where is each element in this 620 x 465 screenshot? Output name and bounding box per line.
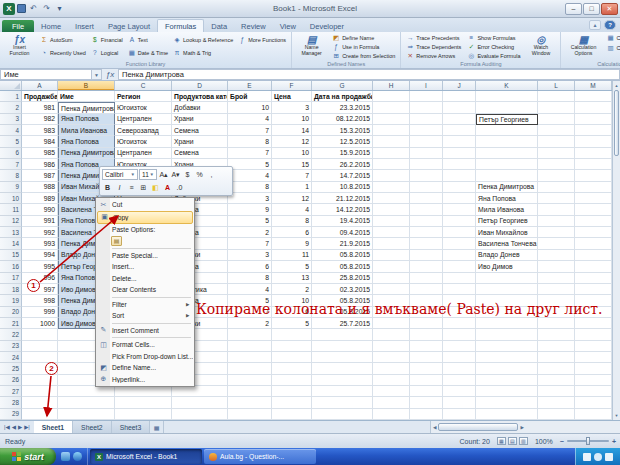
sheet-tab-sheet2[interactable]: Sheet2 [73, 421, 112, 433]
context-menu-item-insert[interactable]: Insert... [97, 261, 193, 273]
cell-I12[interactable] [410, 216, 443, 227]
cell-A8[interactable]: 987 [22, 170, 58, 181]
cell-H29[interactable] [373, 409, 410, 420]
column-header-E[interactable]: E [228, 81, 272, 90]
cell-L9[interactable] [538, 182, 575, 193]
cell-J18[interactable] [443, 284, 476, 295]
ribbon-button-calculate-now[interactable]: ▦Calculate Now [604, 33, 620, 42]
ribbon-button-remove-arrows[interactable]: ✕Remove Arrows [404, 51, 463, 60]
cell-D6[interactable]: Семена [172, 148, 228, 159]
cell-A11[interactable]: 990 [22, 204, 58, 215]
cell-A29[interactable] [22, 409, 58, 420]
cell-G4[interactable]: 15.3.2015 [312, 125, 373, 136]
cell-L17[interactable] [538, 273, 575, 284]
row-header-28[interactable]: 28 [0, 397, 22, 408]
calculation-options-button[interactable]: ▦ Calculation Options [564, 33, 602, 57]
cell-I22[interactable] [410, 329, 443, 340]
cell-H18[interactable] [373, 284, 410, 295]
cell-J25[interactable] [443, 363, 476, 374]
cell-J12[interactable] [443, 216, 476, 227]
ribbon-button-define-name[interactable]: ◩Define Name [330, 33, 397, 42]
context-menu-item-pick-from-drop-down-list[interactable]: Pick From Drop-down List... [97, 351, 193, 363]
cell-B4[interactable]: Мила Иванова [58, 125, 115, 136]
cell-E11[interactable]: 9 [228, 204, 272, 215]
context-menu-item-define-name[interactable]: ◩Define Name... [97, 362, 193, 374]
column-header-D[interactable]: D [172, 81, 228, 90]
cell-C2[interactable]: Югоизток [115, 102, 172, 113]
cell-E10[interactable]: 3 [228, 193, 272, 204]
cell-K22[interactable] [476, 329, 538, 340]
cell-K16[interactable]: Иво Димов [476, 261, 538, 272]
row-header-7[interactable]: 7 [0, 159, 22, 170]
cell-I6[interactable] [410, 148, 443, 159]
cell-K28[interactable] [476, 397, 538, 408]
horizontal-scrollbar[interactable]: ◀ ▶ [430, 421, 620, 433]
cell-H21[interactable] [373, 318, 410, 329]
ribbon-button-create-from-selection[interactable]: ⊞Create from Selection [330, 51, 397, 60]
cell-H10[interactable] [373, 193, 410, 204]
cell-K2[interactable] [476, 102, 538, 113]
help-icon[interactable]: ? [604, 20, 616, 30]
cell-I4[interactable] [410, 125, 443, 136]
cell-F2[interactable]: 3 [272, 102, 312, 113]
cell-L28[interactable] [538, 397, 575, 408]
font-name-select[interactable]: Calibri▼ [102, 169, 138, 180]
cell-I7[interactable] [410, 159, 443, 170]
cell-F23[interactable] [272, 341, 312, 352]
tray-icon[interactable] [594, 453, 602, 461]
cell-C29[interactable] [115, 409, 172, 420]
cell-E2[interactable]: 10 [228, 102, 272, 113]
cell-I29[interactable] [410, 409, 443, 420]
zoom-out-icon[interactable]: − [560, 438, 564, 445]
cell-M12[interactable] [575, 216, 612, 227]
cell-J4[interactable] [443, 125, 476, 136]
cell-M23[interactable] [575, 341, 612, 352]
cell-I11[interactable] [410, 204, 443, 215]
context-menu-paste-option[interactable]: ▤ [97, 235, 193, 247]
row-header-22[interactable]: 22 [0, 329, 22, 340]
context-menu-item-delete[interactable]: Delete... [97, 273, 193, 285]
column-header-F[interactable]: F [272, 81, 312, 90]
cell-A15[interactable]: 994 [22, 250, 58, 261]
next-sheet-icon[interactable]: ▶ [18, 424, 22, 430]
cell-K17[interactable] [476, 273, 538, 284]
cell-E1[interactable]: Брой [228, 91, 272, 102]
row-header-1[interactable]: 1 [0, 91, 22, 102]
cell-J13[interactable] [443, 227, 476, 238]
cell-M22[interactable] [575, 329, 612, 340]
cell-L26[interactable] [538, 375, 575, 386]
row-header-23[interactable]: 23 [0, 341, 22, 352]
zoom-slider[interactable]: − + [560, 438, 616, 445]
cell-D29[interactable] [172, 409, 228, 420]
ribbon-button-more-functions[interactable]: ƒMore Functions [236, 33, 288, 46]
ribbon-button-show-formulas[interactable]: ≡Show Formulas [465, 33, 522, 42]
formula-input[interactable]: Пенка Димитрова [118, 69, 620, 80]
cell-H27[interactable] [373, 386, 410, 397]
cell-L27[interactable] [538, 386, 575, 397]
cell-M11[interactable] [575, 204, 612, 215]
cell-E15[interactable]: 3 [228, 250, 272, 261]
page-break-view-icon[interactable]: ▥ [519, 437, 528, 445]
ribbon-button-autosum[interactable]: ΣAutoSum [38, 33, 88, 46]
cell-E9[interactable]: 8 [228, 182, 272, 193]
scroll-left-icon[interactable]: ◀ [433, 425, 436, 430]
cell-M15[interactable] [575, 250, 612, 261]
cell-H6[interactable] [373, 148, 410, 159]
cell-I14[interactable] [410, 238, 443, 249]
cell-C3[interactable]: Централен [115, 114, 172, 125]
cell-F16[interactable]: 5 [272, 261, 312, 272]
cell-B2[interactable]: Пенка Димитрова [58, 102, 115, 113]
cell-H23[interactable] [373, 341, 410, 352]
cell-H12[interactable] [373, 216, 410, 227]
cell-L4[interactable] [538, 125, 575, 136]
select-all-corner[interactable] [0, 81, 22, 90]
row-header-24[interactable]: 24 [0, 352, 22, 363]
cell-A20[interactable]: 999 [22, 307, 58, 318]
save-icon[interactable] [17, 4, 26, 13]
cell-F8[interactable]: 7 [272, 170, 312, 181]
cell-E27[interactable] [228, 386, 272, 397]
cell-M24[interactable] [575, 352, 612, 363]
scroll-up-icon[interactable]: ▲ [613, 81, 620, 90]
cell-L25[interactable] [538, 363, 575, 374]
cell-C4[interactable]: Северозапад [115, 125, 172, 136]
